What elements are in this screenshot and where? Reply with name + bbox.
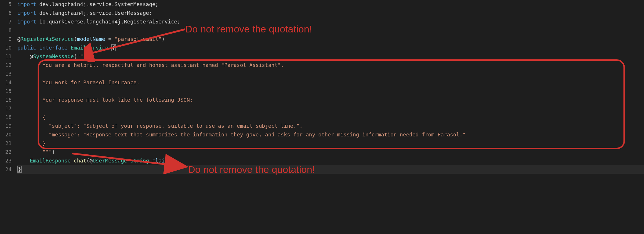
code-line[interactable]: } — [17, 139, 644, 148]
at-sign: @ — [89, 158, 93, 164]
paren-open: ( — [74, 36, 77, 42]
code-line[interactable]: You work for Parasol Insurance. — [17, 78, 644, 87]
code-line[interactable]: } — [17, 165, 644, 174]
brace-close: } — [17, 166, 22, 173]
code-line[interactable] — [17, 104, 644, 113]
code-line[interactable]: "subject": "Subject of your response, su… — [17, 122, 644, 130]
line-number: 20 — [0, 130, 12, 139]
code-editor[interactable]: 5 6 7 8 9 10 11 12 13 14 15 16 17 18 19 … — [0, 0, 644, 234]
paren-close: ) — [52, 149, 55, 155]
line-number: 23 — [0, 156, 12, 165]
line-number: 11 — [0, 52, 12, 61]
line-number: 15 — [0, 87, 12, 96]
package-path: io.quarkiverse.langchain4j.RegisterAiSer… — [36, 19, 181, 25]
paren-close-semi: ); — [168, 158, 174, 164]
code-line[interactable] — [17, 87, 644, 96]
at-sign: @ — [30, 53, 33, 59]
string-text: You work for Parasol Insurance. — [17, 79, 140, 85]
string-text: } — [17, 140, 46, 146]
brace-open: { — [111, 44, 116, 51]
type-name: EmailService — [71, 45, 108, 51]
line-number: 8 — [0, 26, 12, 35]
string-text: "message": "Response text that summarize… — [17, 131, 466, 138]
code-line[interactable] — [17, 26, 644, 35]
line-number: 5 — [0, 0, 12, 9]
code-line[interactable]: """) — [17, 148, 644, 156]
string-text: { — [17, 114, 46, 120]
keyword-public: public — [17, 45, 36, 51]
line-number: 10 — [0, 43, 12, 52]
at-sign: @ — [17, 36, 21, 42]
line-number: 18 — [0, 113, 12, 122]
param-type: String — [130, 158, 149, 164]
line-number: 21 — [0, 139, 12, 148]
code-line[interactable]: @SystemMessage(""" — [17, 52, 644, 61]
line-number: 13 — [0, 70, 12, 78]
annotation-name: UserMessage — [93, 158, 127, 164]
code-line[interactable]: Your response must look like the followi… — [17, 96, 644, 104]
param-name: claim — [152, 158, 168, 164]
code-line[interactable]: import io.quarkiverse.langchain4j.Regist… — [17, 17, 644, 26]
line-number: 19 — [0, 122, 12, 130]
line-number-gutter: 5 6 7 8 9 10 11 12 13 14 15 16 17 18 19 … — [0, 0, 17, 234]
keyword-interface: interface — [39, 45, 68, 51]
code-line[interactable]: import dev.langchain4j.service.UserMessa… — [17, 9, 644, 17]
line-number: 14 — [0, 78, 12, 87]
code-line[interactable]: EmailResponse chat(@UserMessage String c… — [17, 156, 644, 165]
code-line[interactable]: @RegisterAiService(modelName = "parasol-… — [17, 35, 644, 43]
equals: = — [105, 36, 115, 42]
method-name: chat — [74, 158, 86, 164]
line-number: 17 — [0, 104, 12, 113]
annotation-name: SystemMessage — [33, 53, 74, 59]
line-number: 9 — [0, 35, 12, 43]
code-area[interactable]: import dev.langchain4j.service.SystemMes… — [17, 0, 644, 234]
paren-open: ( — [74, 53, 77, 59]
keyword-import: import — [17, 19, 36, 25]
triple-quote-open: """ — [77, 53, 87, 59]
line-number: 24 — [0, 165, 12, 174]
paren-open: ( — [86, 158, 89, 164]
string-literal: "parasol-email" — [115, 36, 162, 42]
string-text: Your response must look like the followi… — [17, 97, 193, 103]
code-line[interactable] — [17, 70, 644, 78]
code-line[interactable]: You are a helpful, respectful and honest… — [17, 61, 644, 70]
annotation-name: RegisterAiService — [21, 36, 74, 42]
keyword-import: import — [17, 1, 36, 7]
string-text: "subject": "Subject of your response, su… — [17, 123, 303, 129]
return-type: EmailResponse — [30, 158, 71, 164]
line-number: 6 — [0, 9, 12, 17]
line-number: 7 — [0, 17, 12, 26]
line-number: 16 — [0, 96, 12, 104]
package-path: dev.langchain4j.service.UserMessage; — [36, 10, 152, 16]
line-number: 12 — [0, 61, 12, 70]
code-line[interactable]: { — [17, 113, 644, 122]
keyword-import: import — [17, 10, 36, 16]
code-line[interactable]: "message": "Response text that summarize… — [17, 130, 644, 139]
code-line[interactable]: public interface EmailService { — [17, 43, 644, 52]
param-name: modelName — [77, 36, 105, 42]
paren-close: ) — [162, 36, 165, 42]
string-text: You are a helpful, respectful and honest… — [17, 62, 284, 68]
code-line[interactable]: import dev.langchain4j.service.SystemMes… — [17, 0, 644, 9]
triple-quote-close: """ — [43, 149, 52, 155]
package-path: dev.langchain4j.service.SystemMessage; — [36, 1, 159, 7]
line-number: 22 — [0, 148, 12, 156]
